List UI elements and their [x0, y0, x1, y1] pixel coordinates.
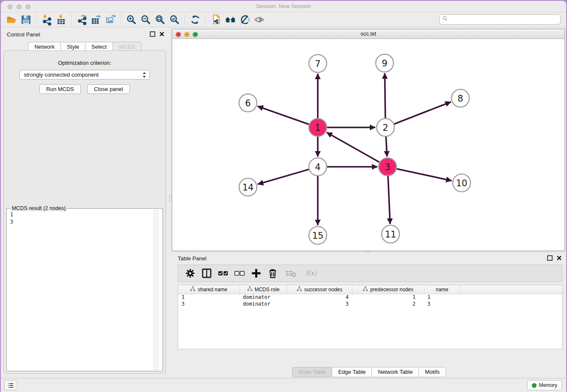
- delete-columns-button[interactable]: [266, 267, 279, 280]
- column-label: shared name: [198, 287, 227, 293]
- table-panel-title: Table Panel: [178, 255, 206, 262]
- table-row-2[interactable]: 3dominator323: [178, 301, 562, 307]
- cell-predecessor-nodes[interactable]: 2: [352, 301, 424, 307]
- criterion-select[interactable]: strongly connected component: [19, 70, 150, 80]
- result-scrollbar[interactable]: [154, 210, 159, 370]
- maximize-view-button[interactable]: [193, 31, 198, 39]
- cell-MCDS-role[interactable]: dominator: [239, 294, 287, 301]
- unselect-all-columns-button[interactable]: [233, 267, 246, 280]
- import-table-button[interactable]: [54, 13, 68, 26]
- cell-MCDS-role[interactable]: dominator: [239, 301, 287, 307]
- column-header-MCDS-role[interactable]: MCDS role: [239, 285, 287, 294]
- cell-name[interactable]: 3: [424, 301, 460, 307]
- hide-graphics-details-button[interactable]: [237, 13, 252, 26]
- float-panel-icon[interactable]: [547, 255, 553, 261]
- app-window: Session: New Session Control Panel Netwo…: [1, 1, 566, 392]
- cell-successor-nodes[interactable]: 3: [287, 301, 352, 307]
- cell-predecessor-nodes[interactable]: 1: [352, 294, 424, 301]
- mcds-tab-content: Optimization criterion: strongly connect…: [3, 50, 166, 374]
- close-panel-button[interactable]: Close panel: [87, 84, 130, 94]
- criterion-selected-value: strongly connected component: [24, 72, 99, 78]
- create-column-button[interactable]: [249, 267, 263, 280]
- column-header-successor-nodes[interactable]: successor nodes: [287, 285, 352, 294]
- cell-filler: [460, 301, 562, 307]
- zoom-in-button[interactable]: [124, 13, 138, 26]
- node-label-2: 2: [383, 123, 388, 133]
- export-image-icon: [105, 14, 116, 25]
- memory-button[interactable]: Memory: [527, 380, 562, 390]
- column-header-predecessor-nodes[interactable]: predecessor nodes: [352, 285, 424, 294]
- zoom-fit-content-icon: [154, 14, 166, 25]
- edge-1-6[interactable]: [258, 106, 309, 124]
- vertical-splitter-handle[interactable]: [169, 194, 171, 202]
- import-table-icon: [55, 14, 67, 25]
- node-label-10: 10: [456, 178, 468, 188]
- minimize-view-button[interactable]: [184, 31, 190, 39]
- export-network-icon: [76, 14, 88, 25]
- search-input[interactable]: [448, 15, 560, 24]
- open-session-button[interactable]: [4, 13, 19, 26]
- optimization-criterion-label: Optimization criterion:: [4, 60, 165, 66]
- toolbar-separator: [71, 14, 72, 25]
- zoom-window-button[interactable]: [25, 4, 30, 9]
- show-columns-button[interactable]: [200, 267, 213, 280]
- network-overview-button[interactable]: [223, 13, 237, 26]
- float-panel-icon[interactable]: [150, 31, 155, 37]
- tab-motifs[interactable]: Motifs: [418, 367, 446, 377]
- export-table-icon: [91, 14, 102, 25]
- horizontal-splitter-handle[interactable]: [366, 250, 369, 252]
- cell-successor-nodes[interactable]: 4: [287, 294, 352, 301]
- run-mcds-button[interactable]: Run MCDS: [39, 84, 81, 94]
- control-panel-title: Control Panel: [7, 31, 40, 38]
- save-session-button[interactable]: [19, 13, 33, 26]
- edge-4-14[interactable]: [258, 169, 309, 184]
- edge-3-1[interactable]: [327, 133, 380, 162]
- column-label: name: [435, 287, 448, 293]
- close-view-button[interactable]: [176, 31, 181, 39]
- app-titlebar: Session: New Session: [1, 1, 566, 12]
- column-header-name[interactable]: name: [424, 285, 460, 294]
- close-panel-icon[interactable]: [556, 255, 562, 261]
- refresh-layout-icon: [190, 14, 201, 25]
- apply-preferred-layout-button[interactable]: [209, 13, 223, 26]
- birds-eye-view-button[interactable]: [252, 13, 266, 26]
- search-field[interactable]: [439, 14, 561, 25]
- edge-3-10[interactable]: [396, 169, 451, 181]
- zoom-fit-content-button[interactable]: [153, 13, 167, 26]
- table-row-1[interactable]: 1dominator411: [178, 294, 562, 301]
- close-panel-icon[interactable]: [159, 31, 165, 37]
- cell-name[interactable]: 1: [424, 294, 460, 301]
- close-window-button[interactable]: [8, 4, 13, 9]
- select-stepper-icon: [142, 72, 146, 78]
- export-network-button[interactable]: [74, 13, 89, 26]
- minimize-window-button[interactable]: [17, 4, 22, 9]
- tab-node-table[interactable]: Node Table: [292, 367, 333, 377]
- cell-shared-name[interactable]: 3: [178, 301, 239, 307]
- network-canvas[interactable]: 7968124314101511: [172, 39, 564, 251]
- import-network-button[interactable]: [39, 13, 54, 26]
- edge-2-8[interactable]: [394, 102, 451, 124]
- export-image-button[interactable]: [103, 13, 118, 26]
- edge-2-3[interactable]: [386, 137, 387, 157]
- node-label-11: 11: [385, 229, 396, 240]
- tab-edge-table[interactable]: Edge Table: [332, 367, 372, 377]
- node-label-1: 1: [315, 123, 320, 133]
- network-window-titlebar[interactable]: scc.txt: [172, 29, 564, 39]
- mcds-result-text[interactable]: 1 3: [7, 209, 162, 228]
- zoom-selected-button[interactable]: [167, 13, 182, 26]
- task-history-button[interactable]: [4, 380, 17, 390]
- column-header-shared-name[interactable]: shared name: [178, 285, 239, 294]
- edge-3-11[interactable]: [388, 176, 390, 224]
- network-view-title: scc.txt: [172, 29, 564, 39]
- zoom-out-button[interactable]: [138, 13, 153, 26]
- tab-network-table[interactable]: Network Table: [372, 367, 419, 377]
- select-all-columns-button[interactable]: [216, 267, 230, 280]
- session-title: Session: New Session: [1, 1, 566, 12]
- refresh-layout-button[interactable]: [188, 13, 202, 26]
- status-bar: Memory: [1, 378, 566, 392]
- column-label: predecessor nodes: [370, 287, 413, 293]
- table-settings-button[interactable]: [183, 267, 197, 280]
- edge-2-9[interactable]: [385, 73, 385, 118]
- cell-shared-name[interactable]: 1: [178, 294, 239, 301]
- export-table-button[interactable]: [89, 13, 103, 26]
